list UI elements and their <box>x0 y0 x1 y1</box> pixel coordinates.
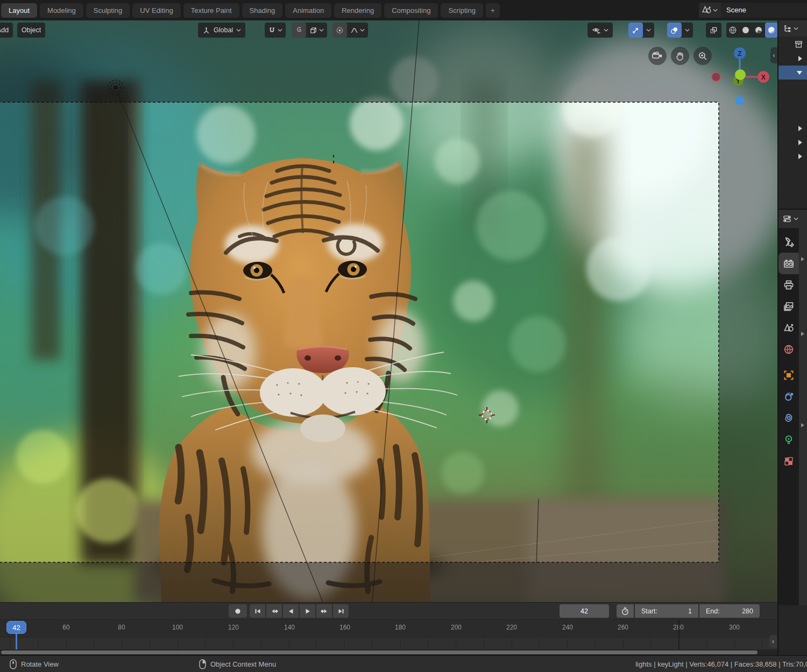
pivot-point-dropdown[interactable] <box>306 23 327 38</box>
properties-tab-tool[interactable] <box>778 231 799 253</box>
properties-tab-data[interactable] <box>778 429 799 451</box>
properties-tab-output[interactable] <box>778 274 799 296</box>
properties-header[interactable] <box>778 210 807 228</box>
outliner-row[interactable] <box>778 149 807 163</box>
panel-expand-arrow[interactable] <box>801 332 804 336</box>
collapse-icon[interactable] <box>797 71 802 75</box>
panel-expand-arrow[interactable] <box>801 423 804 427</box>
transform-orientation-dropdown[interactable]: Global <box>198 23 245 38</box>
show-gizmos-toggle[interactable] <box>628 23 643 38</box>
axis-z-neg-ball[interactable] <box>735 96 744 105</box>
shading-solid-button[interactable] <box>739 23 752 38</box>
record-button[interactable] <box>229 604 247 618</box>
show-overlays-toggle[interactable] <box>667 23 682 38</box>
outliner-row[interactable] <box>778 80 807 94</box>
sidebar-collapse-handle[interactable]: ‹ <box>770 47 777 63</box>
timeline-track[interactable] <box>0 637 777 649</box>
tab-texture-paint[interactable]: Texture Paint <box>183 3 239 18</box>
outliner-header[interactable] <box>778 20 807 37</box>
play-button[interactable] <box>300 604 315 618</box>
jump-last-button[interactable] <box>333 604 349 618</box>
viewport-3d[interactable]: Add Object Global <box>0 20 777 602</box>
scene-icon <box>783 323 794 333</box>
xray-toggle[interactable] <box>706 23 721 38</box>
properties-tab-view-layer[interactable] <box>778 296 799 317</box>
tab-rendering[interactable]: Rendering <box>334 3 381 18</box>
tab--[interactable]: + <box>486 3 500 18</box>
axis-origin-ball[interactable] <box>735 69 746 80</box>
object-menu[interactable]: Object <box>17 23 45 38</box>
start-frame-field[interactable]: Start: 1 <box>635 604 698 618</box>
play-icon <box>303 607 312 616</box>
expand-icon[interactable] <box>798 154 802 159</box>
jump-first-button[interactable] <box>250 604 265 618</box>
shading-material-button[interactable] <box>752 23 765 38</box>
scene-browse-button[interactable] <box>699 3 721 18</box>
auto-keying-clock-button[interactable] <box>617 604 634 618</box>
outliner-row[interactable] <box>778 121 807 135</box>
add-menu[interactable]: Add <box>0 23 13 38</box>
end-frame-field[interactable]: End: 280 <box>699 604 760 618</box>
scene-name-field[interactable]: Scene <box>721 3 807 18</box>
axis-gizmo[interactable]: Z X Y <box>710 46 772 108</box>
current-frame-field[interactable]: 42 <box>560 604 609 618</box>
snap-toggle[interactable] <box>265 23 286 38</box>
tab-modeling[interactable]: Modeling <box>40 3 83 18</box>
properties-tab-object[interactable] <box>778 364 799 386</box>
properties-tab-constraints[interactable] <box>778 408 799 429</box>
tab-shading[interactable]: Shading <box>242 3 283 18</box>
tab-animation[interactable]: Animation <box>285 3 331 18</box>
outliner-row[interactable] <box>778 66 807 80</box>
timeline-ruler[interactable]: 406080100120140160180200220240260280300 <box>0 620 777 637</box>
visibility-eye-icon <box>592 26 601 34</box>
prev-keyframe-icon <box>270 607 279 616</box>
properties-tab-physics[interactable] <box>778 386 799 408</box>
gizmos-dropdown[interactable] <box>643 23 654 38</box>
expand-icon[interactable] <box>798 126 802 131</box>
scene-selector: Scene <box>699 3 807 18</box>
shading-wireframe-button[interactable] <box>726 23 739 38</box>
timeline-editor[interactable]: 42 Start: 1 End: 280 40608010012014 <box>0 602 777 655</box>
tab-layout[interactable]: Layout <box>1 3 37 18</box>
ruler-tick-260: 260 <box>618 624 628 631</box>
tab-sculpting[interactable]: Sculpting <box>86 3 130 18</box>
zoom-view-button[interactable] <box>693 47 712 65</box>
tab-compositing[interactable]: Compositing <box>384 3 438 18</box>
properties-tab-scene[interactable] <box>778 317 799 339</box>
play-reverse-button[interactable] <box>283 604 299 618</box>
rotate-view-label: Rotate View <box>21 660 59 668</box>
overlays-icon <box>670 26 678 34</box>
tab-scripting[interactable]: Scripting <box>441 3 483 18</box>
viewport-scene[interactable] <box>0 20 777 602</box>
timeline-scrollbar-thumb[interactable] <box>1 650 758 654</box>
outliner-row[interactable] <box>778 135 807 149</box>
next-keyframe-button[interactable] <box>316 604 332 618</box>
outliner-row[interactable] <box>778 52 807 66</box>
outliner-collection-button[interactable] <box>778 37 807 52</box>
playhead-line[interactable] <box>16 633 17 649</box>
shading-rendered-button[interactable] <box>765 23 777 38</box>
playhead-badge[interactable]: 42 <box>6 621 26 634</box>
tab-uv-editing[interactable]: UV Editing <box>132 3 180 18</box>
track-gridline <box>595 638 596 649</box>
timeline-collapse-handle[interactable]: ‹ <box>769 635 777 648</box>
pan-view-button[interactable] <box>671 47 689 65</box>
overlays-dropdown[interactable] <box>682 23 693 38</box>
object-visibility-dropdown[interactable] <box>587 23 613 38</box>
proportional-editing-toggle[interactable] <box>332 23 347 38</box>
track-gridline <box>233 638 233 649</box>
expand-icon[interactable] <box>798 56 802 61</box>
falloff-dropdown[interactable] <box>347 23 368 38</box>
prev-keyframe-button[interactable] <box>266 604 282 618</box>
pivot-spiral-button[interactable] <box>292 23 306 38</box>
expand-icon[interactable] <box>798 140 802 145</box>
properties-tab-render[interactable] <box>778 253 799 274</box>
outliner-row[interactable] <box>778 108 807 121</box>
outliner-row[interactable] <box>778 94 807 108</box>
panel-expand-arrow[interactable] <box>801 257 804 261</box>
properties-tab-world[interactable] <box>778 339 799 360</box>
end-frame-marker <box>678 620 679 649</box>
properties-tab-texture[interactable] <box>778 451 799 472</box>
camera-view-button[interactable] <box>648 47 667 65</box>
axis-x-neg-ball[interactable] <box>712 73 720 81</box>
